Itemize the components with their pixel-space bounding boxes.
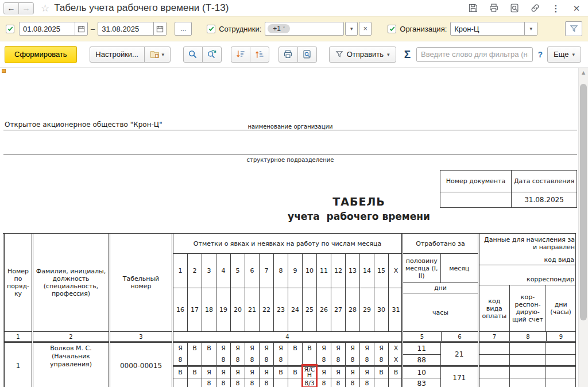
empty-cell[interactable]	[479, 343, 509, 354]
help-button[interactable]: ?	[537, 50, 543, 59]
day-code-cell[interactable]: В	[303, 343, 317, 354]
report-variants-button[interactable]: ▾	[144, 47, 171, 63]
day-code-cell[interactable]: X	[389, 343, 403, 354]
day-hours-cell[interactable]	[374, 378, 389, 387]
day-hours-cell[interactable]	[288, 378, 303, 387]
day-hours-cell[interactable]: 8	[216, 354, 231, 365]
filter-settings-button[interactable]	[565, 21, 582, 36]
employees-dropdown-button[interactable]: ▾	[345, 22, 358, 36]
day-code-cell[interactable]: В	[274, 367, 288, 378]
day-hours-cell[interactable]: 8	[346, 378, 360, 387]
period-from-field[interactable]: 01.08.2025	[19, 22, 88, 36]
day-code-cell[interactable]: Я	[231, 367, 245, 378]
row-number-cell[interactable]: 1	[5, 343, 32, 387]
day-code-cell[interactable]: В	[374, 367, 389, 378]
month-hours-cell[interactable]: 171	[441, 365, 478, 387]
sort-descending-button[interactable]	[231, 47, 250, 63]
day-code-cell[interactable]: Я	[216, 367, 231, 378]
day-code-cell[interactable]: Я	[317, 367, 331, 378]
period-checkbox[interactable]	[6, 25, 14, 33]
day-hours-cell[interactable]: 8	[245, 378, 260, 387]
employees-pill[interactable]: +1 ˇ	[268, 24, 290, 33]
period-to-field[interactable]: 31.08.2025	[98, 22, 167, 36]
day-hours-cell[interactable]: 8	[260, 378, 274, 387]
day-hours-cell[interactable]	[389, 378, 403, 387]
day-code-cell[interactable]: Я	[346, 343, 360, 354]
calendar-icon[interactable]	[153, 22, 166, 35]
day-hours-cell[interactable]: 8	[216, 378, 231, 387]
calendar-icon[interactable]	[75, 22, 87, 35]
generate-button[interactable]: Сформировать	[5, 46, 77, 63]
more-button[interactable]: Еще ▾	[547, 47, 581, 63]
day-code-cell[interactable]: В	[389, 367, 403, 378]
search-button[interactable]	[183, 47, 203, 63]
back-button[interactable]: ←	[3, 2, 19, 14]
day-code-cell[interactable]: Я	[173, 343, 188, 354]
forward-button[interactable]: →	[18, 2, 34, 14]
empty-cell[interactable]	[510, 354, 546, 365]
print-icon[interactable]	[488, 2, 500, 14]
day-hours-cell[interactable]: 8	[260, 354, 274, 365]
close-icon[interactable]: ✕	[571, 2, 582, 14]
day-code-cell[interactable]: В	[288, 367, 303, 378]
empty-cell[interactable]	[479, 378, 509, 387]
day-code-cell[interactable]: Я	[274, 343, 288, 354]
day-hours-cell[interactable]	[188, 354, 202, 365]
day-hours-cell[interactable]: 8	[360, 354, 374, 365]
empty-cell[interactable]	[479, 365, 509, 378]
empty-cell[interactable]	[510, 378, 546, 387]
day-hours-cell[interactable]: 8	[374, 354, 389, 365]
day-code-cell[interactable]: Я	[374, 343, 389, 354]
empty-cell[interactable]	[546, 343, 575, 354]
day-code-cell[interactable]: Я	[331, 343, 346, 354]
day-hours-cell[interactable]: 8/3	[303, 378, 317, 387]
more-menu-icon[interactable]: ⋮	[550, 2, 562, 14]
day-code-cell[interactable]: Я	[202, 367, 216, 378]
day-code-cell[interactable]: Я	[245, 367, 260, 378]
totals-sigma-button[interactable]: Σ	[404, 48, 411, 61]
favorite-star-icon[interactable]: ☆	[41, 2, 49, 14]
empty-cell[interactable]	[546, 365, 575, 378]
day-code-cell[interactable]: В	[173, 367, 188, 378]
tab-number-cell[interactable]: 0000-00015	[110, 343, 172, 387]
half-hours-2-cell[interactable]: 83	[403, 378, 440, 387]
department-line[interactable]	[3, 154, 577, 154]
organization-checkbox[interactable]	[388, 25, 396, 33]
day-hours-cell[interactable]: 8	[346, 354, 360, 365]
day-code-cell[interactable]: В	[188, 367, 202, 378]
day-hours-cell[interactable]: 8	[317, 354, 331, 365]
day-code-cell[interactable]: Я	[331, 367, 346, 378]
day-code-cell[interactable]: Я	[360, 343, 374, 354]
half-days-2-cell[interactable]: 10	[403, 365, 440, 378]
day-hours-cell[interactable]: 8	[202, 378, 216, 387]
day-hours-cell[interactable]	[274, 378, 288, 387]
search-next-button[interactable]	[202, 47, 222, 63]
day-hours-cell[interactable]	[288, 354, 303, 365]
scroll-up-arrow-icon[interactable]: ▲	[579, 68, 588, 77]
empty-cell[interactable]	[479, 354, 509, 365]
period-options-button[interactable]: ...	[175, 22, 192, 36]
day-code-cell[interactable]: Я	[346, 367, 360, 378]
day-hours-cell[interactable]: 8	[360, 378, 374, 387]
day-hours-cell[interactable]: 8	[173, 354, 188, 365]
day-code-cell[interactable]: Я	[260, 367, 274, 378]
employees-clear-button[interactable]: ×	[359, 22, 372, 36]
empty-cell[interactable]	[510, 365, 546, 378]
day-hours-cell[interactable]: 8	[231, 354, 245, 365]
half-days-1-cell[interactable]: 11	[403, 343, 440, 354]
employees-field[interactable]: +1 ˇ	[265, 22, 344, 36]
save-icon[interactable]	[467, 2, 479, 14]
send-button[interactable]: Отправить ▾	[329, 47, 396, 63]
month-days-cell[interactable]: 21	[441, 343, 478, 365]
half-hours-1-cell[interactable]: 88	[403, 354, 440, 365]
day-hours-cell[interactable]: X	[389, 354, 403, 365]
preview-icon[interactable]	[509, 2, 520, 14]
organization-dropdown-button[interactable]: ▾	[524, 22, 537, 35]
sort-ascending-button[interactable]	[250, 47, 269, 63]
vertical-scrollbar[interactable]: ▲	[578, 68, 588, 387]
empty-cell[interactable]	[546, 354, 575, 365]
print-button[interactable]	[278, 47, 298, 63]
day-hours-cell[interactable]: 8	[231, 378, 245, 387]
link-icon[interactable]	[529, 2, 541, 14]
day-code-cell[interactable]: Я	[260, 343, 274, 354]
